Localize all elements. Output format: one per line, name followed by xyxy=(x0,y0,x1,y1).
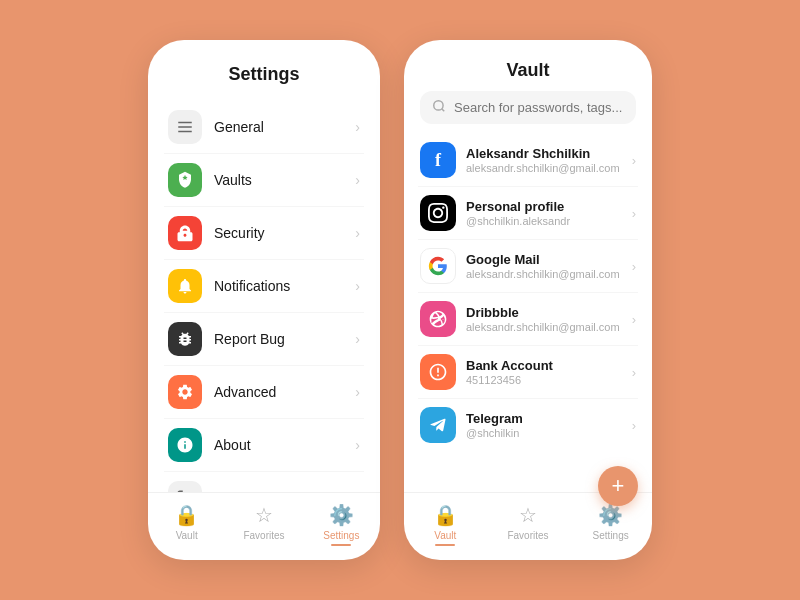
bank-title: Bank Account xyxy=(466,358,632,373)
vault-title: Vault xyxy=(424,60,632,81)
vault-bottom-fav-label: Favorites xyxy=(507,530,548,541)
notifications-label: Notifications xyxy=(214,278,355,294)
dribbble-icon xyxy=(420,301,456,337)
facebook-subtitle: aleksandr.shchilkin@gmail.com xyxy=(466,162,632,174)
vault-nav-indicator xyxy=(435,544,455,546)
instagram-subtitle: @shchilkin.aleksandr xyxy=(466,215,632,227)
instagram-info: Personal profile @shchilkin.aleksandr xyxy=(466,199,632,227)
settings-item-security[interactable]: Security › xyxy=(164,207,364,260)
vault-item-dribbble[interactable]: Dribbble aleksandr.shchilkin@gmail.com › xyxy=(418,293,638,346)
notifications-icon xyxy=(168,269,202,303)
svg-line-5 xyxy=(442,109,445,112)
about-icon xyxy=(168,428,202,462)
favorites-nav-label: Favorites xyxy=(243,530,284,541)
settings-item-about[interactable]: About › xyxy=(164,419,364,472)
vault-header: Vault xyxy=(404,40,652,91)
advanced-icon xyxy=(168,375,202,409)
general-chevron: › xyxy=(355,119,360,135)
search-icon xyxy=(432,99,446,116)
notifications-chevron: › xyxy=(355,278,360,294)
settings-item-notifications[interactable]: Notifications › xyxy=(164,260,364,313)
vault-nav-settings[interactable]: ⚙️ Settings xyxy=(569,503,652,546)
google-icon xyxy=(420,248,456,284)
vault-item-facebook[interactable]: f Aleksandr Shchilkin aleksandr.shchilki… xyxy=(418,134,638,187)
vault-panel: Vault f Aleksandr Shchilkin aleksandr.sh… xyxy=(404,40,652,560)
vault-nav-favorites[interactable]: ☆ Favorites xyxy=(487,503,570,546)
settings-header: Settings xyxy=(148,40,380,97)
vault-list: f Aleksandr Shchilkin aleksandr.shchilki… xyxy=(404,134,652,492)
vault-bottom-vault-label: Vault xyxy=(434,530,456,541)
advanced-label: Advanced xyxy=(214,384,355,400)
vault-bottom-settings-icon: ⚙️ xyxy=(598,503,623,527)
settings-title: Settings xyxy=(168,64,360,85)
search-bar[interactable] xyxy=(420,91,636,124)
general-icon xyxy=(168,110,202,144)
facebook-icon: f xyxy=(420,142,456,178)
settings-nav-favorites[interactable]: ☆ Favorites xyxy=(225,503,302,546)
settings-nav-settings[interactable]: ⚙️ Settings xyxy=(303,503,380,546)
report-bug-label: Report Bug xyxy=(214,331,355,347)
about-chevron: › xyxy=(355,437,360,453)
telegram-info: Telegram @shchilkin xyxy=(466,411,632,439)
security-chevron: › xyxy=(355,225,360,241)
favorites-nav-icon: ☆ xyxy=(255,503,273,527)
vault-item-instagram[interactable]: Personal profile @shchilkin.aleksandr › xyxy=(418,187,638,240)
settings-panel: Settings General › Vaults › Security › xyxy=(148,40,380,560)
google-info: Google Mail aleksandr.shchilkin@gmail.co… xyxy=(466,252,632,280)
settings-list: General › Vaults › Security › Notificati… xyxy=(148,97,380,492)
advanced-chevron: › xyxy=(355,384,360,400)
google-chevron: › xyxy=(632,259,636,274)
instagram-title: Personal profile xyxy=(466,199,632,214)
instagram-chevron: › xyxy=(632,206,636,221)
settings-item-general[interactable]: General › xyxy=(164,101,364,154)
telegram-title: Telegram xyxy=(466,411,632,426)
settings-item-logout[interactable]: Log out › xyxy=(164,472,364,492)
vault-bottom-fav-icon: ☆ xyxy=(519,503,537,527)
bank-info: Bank Account 451123456 xyxy=(466,358,632,386)
bank-icon xyxy=(420,354,456,390)
dribbble-chevron: › xyxy=(632,312,636,327)
settings-item-advanced[interactable]: Advanced › xyxy=(164,366,364,419)
settings-item-report-bug[interactable]: Report Bug › xyxy=(164,313,364,366)
add-button[interactable]: + xyxy=(598,466,638,506)
settings-item-vaults[interactable]: Vaults › xyxy=(164,154,364,207)
vault-bottom-settings-label: Settings xyxy=(593,530,629,541)
report-bug-chevron: › xyxy=(355,331,360,347)
dribbble-info: Dribbble aleksandr.shchilkin@gmail.com xyxy=(466,305,632,333)
vault-item-google[interactable]: Google Mail aleksandr.shchilkin@gmail.co… xyxy=(418,240,638,293)
vault-item-bank[interactable]: Bank Account 451123456 › xyxy=(418,346,638,399)
facebook-info: Aleksandr Shchilkin aleksandr.shchilkin@… xyxy=(466,146,632,174)
report-bug-icon xyxy=(168,322,202,356)
telegram-subtitle: @shchilkin xyxy=(466,427,632,439)
vault-item-telegram[interactable]: Telegram @shchilkin › xyxy=(418,399,638,451)
vaults-icon xyxy=(168,163,202,197)
settings-nav-vault[interactable]: 🔒 Vault xyxy=(148,503,225,546)
google-title: Google Mail xyxy=(466,252,632,267)
telegram-chevron: › xyxy=(632,418,636,433)
settings-nav-indicator xyxy=(331,544,351,546)
vault-nav-vault[interactable]: 🔒 Vault xyxy=(404,503,487,546)
vault-bottom-vault-icon: 🔒 xyxy=(433,503,458,527)
general-label: General xyxy=(214,119,355,135)
settings-nav-icon: ⚙️ xyxy=(329,503,354,527)
instagram-icon xyxy=(420,195,456,231)
svg-point-4 xyxy=(434,101,443,110)
security-label: Security xyxy=(214,225,355,241)
dribbble-subtitle: aleksandr.shchilkin@gmail.com xyxy=(466,321,632,333)
telegram-icon xyxy=(420,407,456,443)
bank-chevron: › xyxy=(632,365,636,380)
vaults-chevron: › xyxy=(355,172,360,188)
dribbble-title: Dribbble xyxy=(466,305,632,320)
about-label: About xyxy=(214,437,355,453)
facebook-title: Aleksandr Shchilkin xyxy=(466,146,632,161)
search-input[interactable] xyxy=(454,100,624,115)
google-subtitle: aleksandr.shchilkin@gmail.com xyxy=(466,268,632,280)
vaults-label: Vaults xyxy=(214,172,355,188)
settings-bottom-nav: 🔒 Vault ☆ Favorites ⚙️ Settings xyxy=(148,492,380,560)
bank-subtitle: 451123456 xyxy=(466,374,632,386)
vault-nav-icon: 🔒 xyxy=(174,503,199,527)
vault-nav-label: Vault xyxy=(176,530,198,541)
logout-icon xyxy=(168,481,202,492)
security-icon xyxy=(168,216,202,250)
facebook-chevron: › xyxy=(632,153,636,168)
